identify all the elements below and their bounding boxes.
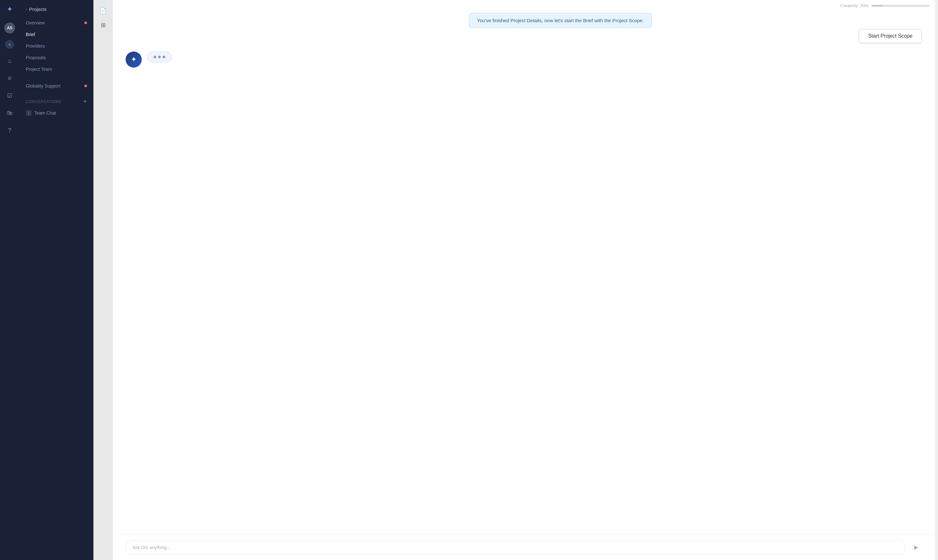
sidebar-item-team-chat[interactable]: 1 Team Chat [19,108,93,118]
conv-left: 1 Team Chat [26,110,56,116]
typing-dot-3 [163,56,165,58]
back-to-projects[interactable]: ‹ Projects [19,6,93,17]
chat-input[interactable] [126,540,905,555]
panel-strip: 📄 ⊞ [93,0,113,560]
app-logo[interactable]: ✦ [7,5,12,14]
add-conversation-button[interactable]: + [83,98,87,105]
sidebar-item-label: Proposals [26,55,46,60]
start-project-scope-button[interactable]: Start Project Scope [859,29,922,43]
home-icon[interactable]: ⌂ [4,55,15,66]
send-button[interactable]: ➤ [909,541,922,554]
chevron-left-icon: ‹ [26,7,27,12]
notification-message: You've finished Project Details, now let… [477,18,644,23]
sidebar-item-label: Globality Support [26,83,60,89]
conv-label: Team Chat [34,111,56,115]
conversations-section: Conversations + [19,92,93,108]
ai-avatar: ✦ [126,51,142,68]
chat-area: ✦ [113,0,935,535]
typing-dot-2 [158,56,161,58]
conversations-label: Conversations [26,100,62,104]
main-content: Creativity: 20% You've finished Project … [113,0,935,560]
conv-number: 1 [26,110,32,116]
send-icon: ➤ [913,544,918,551]
sidebar-item-project-team[interactable]: Project Team [19,63,93,75]
bag-icon[interactable]: 🛍 [4,108,15,118]
icon-rail: ✦ AS ＋ ⌂ ≡ ☑ 🛍 ? [0,0,19,560]
expand-panel-icon[interactable]: ⊞ [97,19,109,31]
ai-message-row: ✦ [126,51,922,68]
creativity-fill [872,5,883,7]
input-bar: ➤ [113,535,935,560]
sidebar-navigation: Overview Brief Providers Proposals Proje… [19,17,93,554]
sidebar-item-globality-support[interactable]: Globality Support [19,80,93,92]
sidebar-title: Projects [29,6,46,12]
sidebar: ‹ Projects Overview Brief Providers Prop… [19,0,93,560]
sidebar-item-proposals[interactable]: Proposals [19,52,93,63]
notification-dot [84,85,87,87]
tasks-icon[interactable]: ≡ [4,73,15,84]
notification-banner: You've finished Project Details, now let… [469,13,652,28]
help-icon[interactable]: ? [4,125,15,136]
user-avatar[interactable]: AS [4,23,15,34]
sidebar-item-label: Brief [26,32,35,37]
creativity-progress-bar [872,5,930,7]
checklist-icon[interactable]: ☑ [4,90,15,101]
typing-bubble [147,51,172,62]
typing-dot-1 [154,56,156,58]
ai-star-icon: ✦ [131,55,137,64]
sidebar-item-providers[interactable]: Providers [19,40,93,52]
sidebar-item-label: Project Team [26,67,52,72]
document-icon[interactable]: 📄 [97,5,109,17]
sidebar-item-overview[interactable]: Overview [19,17,93,29]
sidebar-item-brief[interactable]: Brief [19,29,93,40]
add-button[interactable]: ＋ [5,40,14,49]
top-hint-bar: Creativity: 20% [835,0,935,11]
scrollbar[interactable] [935,0,938,560]
sidebar-item-label: Providers [26,43,45,49]
creativity-label: Creativity: 20% [841,3,869,8]
notification-dot [84,22,87,24]
sidebar-item-label: Overview [26,20,45,25]
